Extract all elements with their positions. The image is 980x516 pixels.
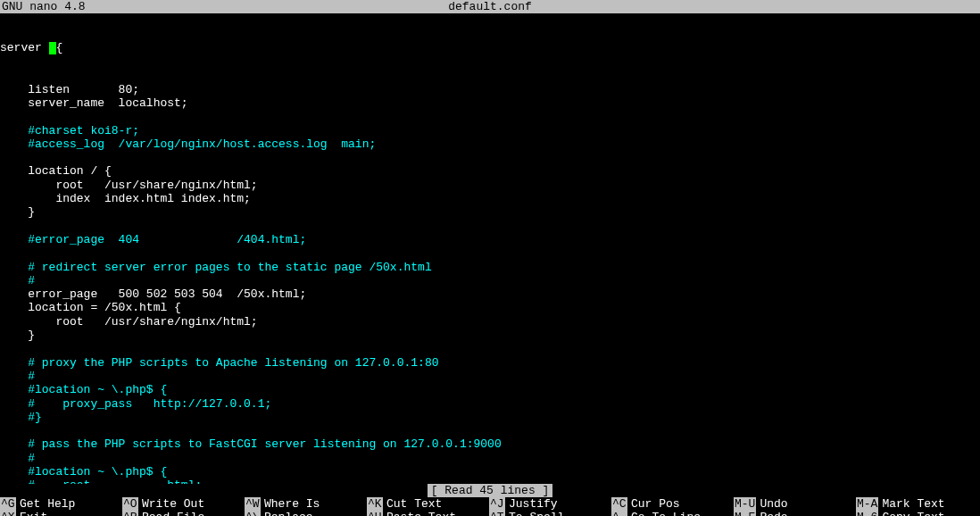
editor-line: error_page 500 502 503 504 /50x.html; (0, 287, 980, 301)
shortcut-row: ^GGet Help^OWrite Out^WWhere Is^KCut Tex… (0, 497, 980, 511)
shortcut-key: ^G (0, 497, 16, 511)
shortcut[interactable]: M-ERedo (734, 511, 856, 516)
shortcut-key: ^W (245, 497, 261, 511)
shortcut[interactable]: ^WWhere Is (245, 497, 367, 511)
shortcut-key: ^J (489, 497, 505, 511)
shortcut-label: Replace (261, 511, 313, 516)
shortcut[interactable]: ^JJustify (489, 497, 611, 511)
editor-line: #location ~ \.php$ { (0, 465, 980, 479)
shortcut[interactable]: ^_Go To Line (611, 511, 734, 516)
shortcut-label: Mark Text (878, 497, 944, 511)
shortcut-key: ^U (367, 511, 383, 516)
editor-line: root /usr/share/nginx/html; (0, 315, 980, 329)
editor-line: listen 80; (0, 83, 980, 96)
shortcut-key: ^T (489, 511, 505, 516)
shortcut-key: M-A (856, 497, 878, 511)
shortcut-key: ^X (0, 511, 16, 516)
shortcut-label: Get Help (16, 497, 75, 511)
titlebar: GNU nano 4.8 default.conf (0, 0, 980, 13)
shortcut-bar: ^GGet Help^OWrite Out^WWhere Is^KCut Tex… (0, 497, 980, 516)
editor-line: } (0, 205, 980, 219)
editor-line: # proxy_pass http://127.0.0.1; (0, 397, 980, 411)
shortcut-label: Exit (16, 511, 47, 516)
shortcut-label: Cur Pos (627, 497, 680, 511)
shortcut[interactable]: ^XExit (0, 511, 122, 516)
editor-line: } (0, 329, 980, 342)
editor-line (0, 424, 980, 437)
shortcut-label: Paste Text (383, 511, 456, 516)
editor-line: root /usr/share/nginx/html; (0, 179, 980, 192)
editor-line (0, 220, 980, 233)
shortcut[interactable]: ^RRead File (122, 511, 245, 516)
editor-line: #} (0, 411, 980, 424)
editor-line: location = /50x.html { (0, 301, 980, 314)
filename: default.conf (91, 0, 889, 13)
editor-line (0, 151, 980, 164)
shortcut[interactable]: ^GGet Help (0, 497, 122, 511)
shortcut-label: Write Out (138, 497, 204, 511)
shortcut-label: Copy Text (878, 511, 944, 516)
editor-line: # proxy the PHP scripts to Apache listen… (0, 356, 980, 370)
shortcut-key: M-6 (856, 511, 878, 516)
editor-line: # pass the PHP scripts to FastCGI server… (0, 437, 980, 451)
editor-line: #access_log /var/log/nginx/host.access.l… (0, 137, 980, 151)
status-bar: [ Read 45 lines ] (0, 484, 980, 497)
shortcut[interactable]: ^CCur Pos (611, 497, 734, 511)
editor-line: # (0, 370, 980, 383)
shortcut-label: To Spell (505, 511, 564, 516)
editor-line: # redirect server error pages to the sta… (0, 261, 980, 274)
shortcut[interactable]: M-6Copy Text (856, 511, 978, 516)
editor-line: # (0, 274, 980, 287)
shortcut-label: Cut Text (383, 497, 442, 511)
shortcut[interactable]: M-UUndo (734, 497, 856, 511)
editor-line: index index.html index.htm; (0, 192, 980, 205)
editor-line: #error_page 404 /404.html; (0, 233, 980, 246)
shortcut[interactable]: ^OWrite Out (122, 497, 245, 511)
shortcut-label: Justify (505, 497, 558, 511)
shortcut-key: ^R (122, 511, 138, 516)
editor-line: # (0, 452, 980, 465)
shortcut[interactable]: ^UPaste Text (367, 511, 489, 516)
shortcut[interactable]: ^\Replace (245, 511, 367, 516)
editor-area[interactable]: server { listen 80; server_name localhos… (0, 13, 980, 484)
editor-line (0, 342, 980, 355)
shortcut-label: Undo (756, 497, 787, 511)
editor-line (0, 246, 980, 260)
editor-line: #charset koi8-r; (0, 124, 980, 137)
editor-line: location / { (0, 164, 980, 178)
shortcut-label: Read File (138, 511, 204, 516)
editor-line: #location ~ \.php$ { (0, 383, 980, 396)
shortcut-key: ^_ (611, 511, 627, 516)
editor-line (0, 110, 980, 123)
shortcut[interactable]: ^TTo Spell (489, 511, 611, 516)
shortcut-label: Go To Line (627, 511, 701, 516)
shortcut[interactable]: ^KCut Text (367, 497, 489, 511)
shortcut-key: ^K (367, 497, 383, 511)
app-name: GNU nano 4.8 (2, 0, 91, 13)
cursor (49, 42, 56, 54)
shortcut-key: M-E (734, 511, 756, 516)
editor-line-cursor: server { (0, 41, 980, 54)
shortcut-label: Redo (756, 511, 787, 516)
shortcut-row: ^XExit^RRead File^\Replace^UPaste Text^T… (0, 511, 980, 516)
editor-line: server_name localhost; (0, 96, 980, 110)
shortcut-key: ^\ (245, 511, 261, 516)
shortcut-label: Where Is (261, 497, 320, 511)
shortcut-key: ^O (122, 497, 138, 511)
shortcut-key: ^C (611, 497, 627, 511)
shortcut-key: M-U (734, 497, 756, 511)
status-message: [ Read 45 lines ] (428, 484, 553, 497)
shortcut[interactable]: M-AMark Text (856, 497, 978, 511)
